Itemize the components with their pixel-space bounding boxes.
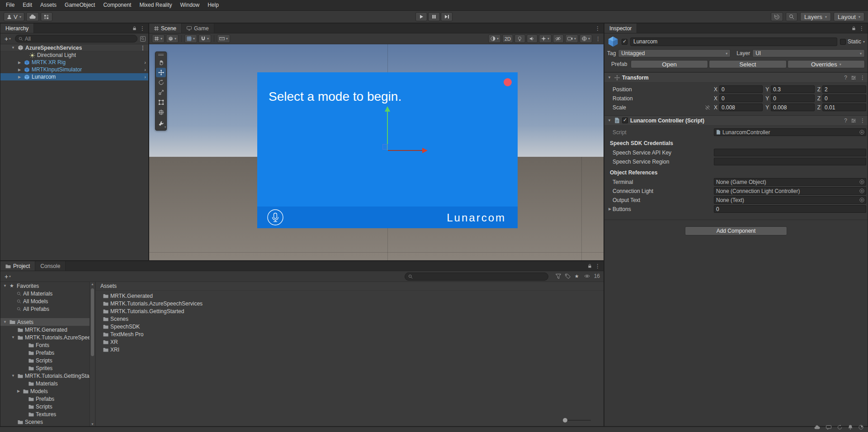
asset-folder[interactable]: MRTK.Generated bbox=[96, 292, 604, 300]
help-icon[interactable]: ? bbox=[844, 117, 847, 124]
hierarchy-item-mrtk-xr-rig[interactable]: ▶ MRTK XR Rig › bbox=[0, 59, 148, 66]
menu-help[interactable]: Help bbox=[203, 0, 223, 10]
scene-viewport[interactable]: Select a mode to begin. Lunarcom bbox=[149, 44, 604, 260]
favorite-all-models[interactable]: All Models bbox=[0, 297, 90, 305]
script-object-field[interactable]: LunarcomController bbox=[714, 128, 866, 136]
lunarcom-ui-panel[interactable]: Select a mode to begin. Lunarcom bbox=[257, 72, 518, 228]
tab-game[interactable]: Game bbox=[182, 23, 214, 33]
scene-lighting-button[interactable] bbox=[514, 34, 525, 43]
foldout-icon[interactable]: ▼ bbox=[10, 46, 16, 50]
panel-menu-icon[interactable]: ⋮ bbox=[859, 25, 864, 32]
buttons-size-field[interactable] bbox=[714, 205, 866, 213]
foldout-icon[interactable]: ▶ bbox=[607, 207, 613, 211]
asset-folder[interactable]: Scenes bbox=[96, 315, 604, 323]
bell-icon[interactable] bbox=[848, 425, 853, 430]
search-by-label-icon[interactable] bbox=[565, 274, 571, 279]
grid-visibility-dropdown[interactable]: ▾ bbox=[184, 34, 197, 43]
connection-light-object-field[interactable]: None (Connection Light Controller) bbox=[714, 187, 866, 195]
scale-tool[interactable] bbox=[156, 88, 166, 97]
lock-icon[interactable] bbox=[132, 26, 137, 31]
scene-effects-dropdown[interactable]: ▾ bbox=[539, 34, 552, 43]
tree-folder[interactable]: ▼MRTK.Tutorials.GettingStarted bbox=[0, 372, 90, 380]
foldout-icon[interactable]: ▶ bbox=[17, 61, 22, 65]
open-prefab-icon[interactable]: › bbox=[144, 60, 146, 65]
favorites-header[interactable]: ▼★ Favorites bbox=[0, 282, 90, 290]
prefab-select-button[interactable]: Select bbox=[709, 60, 786, 68]
tree-folder[interactable]: Fonts bbox=[0, 341, 90, 349]
tab-hierarchy[interactable]: Hierarchy bbox=[0, 23, 34, 33]
rect-tool[interactable] bbox=[156, 98, 166, 107]
rotation-y-field[interactable] bbox=[771, 94, 814, 102]
presets-icon[interactable] bbox=[851, 118, 856, 123]
favorite-all-materials[interactable]: All Materials bbox=[0, 290, 90, 297]
tree-folder[interactable]: Materials bbox=[0, 380, 90, 387]
layer-dropdown[interactable]: UI▾ bbox=[752, 49, 865, 57]
static-checkbox[interactable] bbox=[840, 39, 846, 45]
toggle-2d-button[interactable]: 2D bbox=[502, 34, 513, 43]
component-menu-icon[interactable]: ⋮ bbox=[860, 117, 865, 124]
favorite-all-prefabs[interactable]: All Prefabs bbox=[0, 305, 90, 313]
active-checkbox[interactable] bbox=[622, 39, 627, 45]
scrollbar-thumb[interactable] bbox=[91, 288, 94, 356]
tree-folder[interactable]: MRTK.Generated bbox=[0, 326, 90, 333]
gizmo-plane-handle[interactable] bbox=[382, 144, 388, 150]
move-tool[interactable] bbox=[156, 68, 166, 77]
hierarchy-scene-row[interactable]: ▼ AzureSpeechServices ⋮ bbox=[0, 44, 148, 52]
tool-settings-dropdown[interactable]: ▾ bbox=[152, 34, 165, 43]
layout-dropdown[interactable]: Layout▾ bbox=[834, 12, 864, 21]
palette-drag-handle[interactable] bbox=[158, 53, 164, 57]
link-scale-icon[interactable] bbox=[705, 105, 710, 110]
foldout-icon[interactable]: ▼ bbox=[607, 75, 612, 80]
camera-settings-dropdown[interactable]: ▾ bbox=[488, 34, 501, 43]
open-prefab-icon[interactable]: › bbox=[144, 67, 146, 72]
position-x-field[interactable] bbox=[719, 85, 763, 93]
tab-inspector[interactable]: Inspector bbox=[604, 23, 637, 33]
camera-view-dropdown[interactable]: ▾ bbox=[565, 34, 578, 43]
collab-cloud-icon[interactable] bbox=[814, 425, 820, 429]
output-text-object-field[interactable]: None (Text) bbox=[714, 196, 866, 204]
progress-grid-icon[interactable] bbox=[859, 425, 863, 430]
hierarchy-item-directional-light[interactable]: Directional Light bbox=[0, 52, 148, 59]
scene-visibility-button[interactable] bbox=[553, 34, 564, 43]
panel-menu-icon[interactable]: ⋮ bbox=[140, 25, 145, 32]
thumbnail-zoom-slider[interactable] bbox=[564, 420, 591, 421]
open-prefab-icon[interactable]: › bbox=[144, 74, 146, 80]
menu-gameobject[interactable]: GameObject bbox=[61, 0, 99, 10]
tree-folder[interactable]: ▶Models bbox=[0, 387, 90, 395]
foldout-icon[interactable]: ▼ bbox=[607, 118, 612, 122]
scale-x-field[interactable] bbox=[719, 103, 763, 111]
tab-console[interactable]: Console bbox=[35, 261, 66, 271]
layers-dropdown[interactable]: Layers▾ bbox=[800, 12, 831, 21]
asset-folder[interactable]: XR bbox=[96, 338, 604, 346]
prefab-open-button[interactable]: Open bbox=[631, 60, 708, 68]
gizmo-x-axis[interactable] bbox=[388, 150, 422, 151]
message-icon[interactable] bbox=[826, 425, 831, 430]
object-picker-icon[interactable] bbox=[859, 130, 864, 135]
tree-folder[interactable]: ▼MRTK.Tutorials.AzureSpeechServices bbox=[0, 333, 90, 341]
rotation-z-field[interactable] bbox=[822, 94, 866, 102]
object-picker-icon[interactable] bbox=[859, 188, 864, 193]
search-button[interactable] bbox=[786, 12, 797, 21]
region-input[interactable] bbox=[714, 158, 866, 165]
asset-folder[interactable]: TextMesh Pro bbox=[96, 330, 604, 338]
tag-dropdown[interactable]: Untagged▾ bbox=[618, 49, 731, 57]
object-picker-icon[interactable] bbox=[859, 197, 864, 202]
increment-snap-dropdown[interactable]: ▾ bbox=[217, 34, 230, 43]
transform-tool[interactable] bbox=[156, 108, 166, 117]
scale-z-field[interactable] bbox=[822, 103, 866, 111]
add-component-button[interactable]: Add Component bbox=[685, 226, 787, 235]
component-enabled-checkbox[interactable] bbox=[622, 117, 628, 123]
api-key-input[interactable] bbox=[714, 149, 866, 156]
undo-history-button[interactable] bbox=[771, 12, 783, 21]
tree-folder[interactable]: Scripts bbox=[0, 403, 90, 410]
hierarchy-search[interactable] bbox=[15, 35, 137, 42]
asset-folder[interactable]: MRTK.Tutorials.AzureSpeechServices bbox=[96, 300, 604, 307]
play-button[interactable] bbox=[415, 12, 427, 21]
project-search[interactable] bbox=[405, 272, 548, 281]
cloud-button[interactable] bbox=[26, 12, 39, 21]
tree-folder[interactable]: ▶SpeechSDK bbox=[0, 426, 90, 426]
foldout-icon[interactable]: ▶ bbox=[17, 75, 22, 79]
open-search-window-icon[interactable] bbox=[140, 36, 146, 42]
help-icon[interactable]: ? bbox=[844, 75, 847, 81]
menu-edit[interactable]: Edit bbox=[19, 0, 36, 10]
